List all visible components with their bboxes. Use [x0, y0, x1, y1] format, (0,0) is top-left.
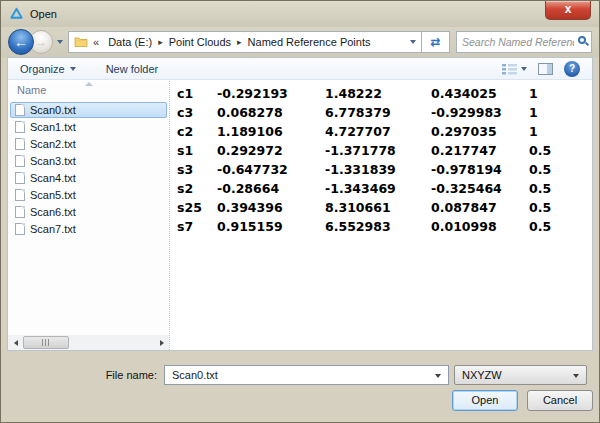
preview-cell: 6.552983: [325, 217, 431, 236]
chevron-down-icon[interactable]: [573, 374, 579, 378]
file-name-value: Scan0.txt: [165, 369, 218, 381]
preview-cell: s25: [177, 198, 217, 217]
horizontal-scrollbar[interactable]: [8, 335, 169, 350]
file-name: Scan3.txt: [30, 155, 76, 167]
search-box: [456, 31, 592, 53]
preview-cell: 0.394396: [217, 198, 325, 217]
change-view-button[interactable]: [502, 63, 527, 75]
search-input[interactable]: [457, 33, 574, 51]
file-name: Scan2.txt: [30, 138, 76, 150]
list-item[interactable]: Scan7.txt: [10, 221, 167, 237]
breadcrumb-item-drive[interactable]: Data (E:): [104, 36, 156, 48]
preview-cell: 0.5: [529, 141, 559, 160]
preview-cell: 1.48222: [325, 84, 431, 103]
preview-cell: -0.28664: [217, 179, 325, 198]
breadcrumb[interactable]: « Data (E:) ▸ Point Clouds ▸ Named Refer…: [68, 31, 422, 53]
file-name: Scan0.txt: [30, 104, 76, 116]
organize-label: Organize: [20, 63, 65, 75]
cancel-button[interactable]: Cancel: [527, 390, 593, 411]
list-item[interactable]: Scan0.txt: [10, 102, 167, 118]
preview-row: c1 -0.292193 1.48222 0.434025 1: [177, 84, 592, 103]
file-name-label: File name:: [1, 369, 164, 381]
open-button[interactable]: Open: [452, 390, 518, 411]
navigation-bar: ← → « Data (E:) ▸ Point Clouds ▸ Named R…: [1, 27, 599, 57]
scroll-left-button[interactable]: [8, 335, 23, 350]
breadcrumb-separator-icon[interactable]: ▸: [235, 37, 244, 47]
preview-cell: 1: [529, 84, 559, 103]
preview-cell: s2: [177, 179, 217, 198]
file-browser: Name Scan0.txt Scan1.txt Scan2.txt: [8, 81, 592, 350]
file-type-select[interactable]: NXYZW: [454, 365, 587, 385]
help-button[interactable]: ?: [564, 61, 580, 77]
text-file-icon: [15, 155, 25, 167]
file-preview-pane: c1 -0.292193 1.48222 0.434025 1 c3 0.068…: [170, 81, 592, 350]
organize-menu-button[interactable]: Organize: [20, 63, 76, 75]
preview-cell: c2: [177, 122, 217, 141]
file-name-input[interactable]: Scan0.txt: [164, 365, 449, 385]
breadcrumb-overflow[interactable]: «: [93, 36, 99, 48]
list-item[interactable]: Scan1.txt: [10, 119, 167, 135]
preview-cell: -1.331839: [325, 160, 431, 179]
preview-cell: 0.087847: [431, 198, 529, 217]
list-item[interactable]: Scan5.txt: [10, 187, 167, 203]
preview-cell: 4.727707: [325, 122, 431, 141]
file-name: Scan1.txt: [30, 121, 76, 133]
preview-cell: 0.292972: [217, 141, 325, 160]
file-name: Scan6.txt: [30, 206, 76, 218]
breadcrumb-separator-icon[interactable]: ▸: [156, 37, 165, 47]
name-column-header[interactable]: Name: [8, 81, 169, 99]
file-name: Scan7.txt: [30, 223, 76, 235]
text-file-icon: [15, 121, 25, 133]
file-name-row: File name: Scan0.txt NXYZW: [1, 365, 587, 385]
sort-ascending-icon: [85, 82, 93, 86]
preview-row: c3 0.068278 6.778379 -0.929983 1: [177, 103, 592, 122]
new-folder-label: New folder: [106, 63, 159, 75]
preview-cell: 0.5: [529, 217, 559, 236]
preview-cell: 0.434025: [431, 84, 529, 103]
preview-cell: -0.292193: [217, 84, 325, 103]
breadcrumb-item-named-reference-points[interactable]: Named Reference Points: [244, 36, 375, 48]
search-icon[interactable]: [578, 36, 586, 44]
preview-cell: c3: [177, 103, 217, 122]
preview-cell: 1.189106: [217, 122, 325, 141]
new-folder-button[interactable]: New folder: [106, 63, 159, 75]
preview-cell: -0.647732: [217, 160, 325, 179]
scrollbar-thumb[interactable]: [23, 336, 69, 349]
address-dropdown-chevron-icon[interactable]: [410, 40, 416, 44]
dialog-buttons: Open Cancel: [452, 390, 593, 411]
open-dialog: Open x ← → « Data (E:) ▸ Point Clouds ▸ …: [0, 0, 600, 423]
text-file-icon: [15, 206, 25, 218]
refresh-button[interactable]: ⇄: [422, 31, 450, 53]
preview-row: s3 -0.647732 -1.331839 -0.978194 0.5: [177, 160, 592, 179]
list-item[interactable]: Scan6.txt: [10, 204, 167, 220]
command-toolbar: Organize New folder ?: [8, 58, 592, 80]
preview-cell: s7: [177, 217, 217, 236]
list-item[interactable]: Scan3.txt: [10, 153, 167, 169]
preview-cell: 0.5: [529, 198, 559, 217]
scroll-right-button[interactable]: [154, 335, 169, 350]
preview-pane-button[interactable]: [538, 63, 553, 75]
file-list-pane: Name Scan0.txt Scan1.txt Scan2.txt: [8, 81, 170, 350]
window-title: Open: [30, 8, 57, 20]
breadcrumb-item-point-clouds[interactable]: Point Clouds: [165, 36, 235, 48]
preview-cell: 0.915159: [217, 217, 325, 236]
preview-cell: 8.310661: [325, 198, 431, 217]
preview-cell: -0.325464: [431, 179, 529, 198]
preview-cell: 1: [529, 122, 559, 141]
preview-row: s7 0.915159 6.552983 0.010998 0.5: [177, 217, 592, 236]
file-name: Scan4.txt: [30, 172, 76, 184]
preview-cell: -1.343469: [325, 179, 431, 198]
folder-icon: [74, 36, 88, 48]
list-item[interactable]: Scan2.txt: [10, 136, 167, 152]
scrollbar-grip-icon: [42, 339, 50, 346]
file-rows: Scan0.txt Scan1.txt Scan2.txt Scan3.txt: [8, 99, 169, 237]
back-button[interactable]: ←: [8, 29, 34, 55]
preview-row: s2 -0.28664 -1.343469 -0.325464 0.5: [177, 179, 592, 198]
list-item[interactable]: Scan4.txt: [10, 170, 167, 186]
preview-row: c2 1.189106 4.727707 0.297035 1: [177, 122, 592, 141]
text-file-icon: [15, 138, 25, 150]
recent-pages-chevron-icon[interactable]: [57, 40, 63, 44]
close-button[interactable]: x: [545, 1, 591, 20]
app-logo-icon: [9, 7, 24, 21]
chevron-down-icon[interactable]: [435, 374, 441, 378]
